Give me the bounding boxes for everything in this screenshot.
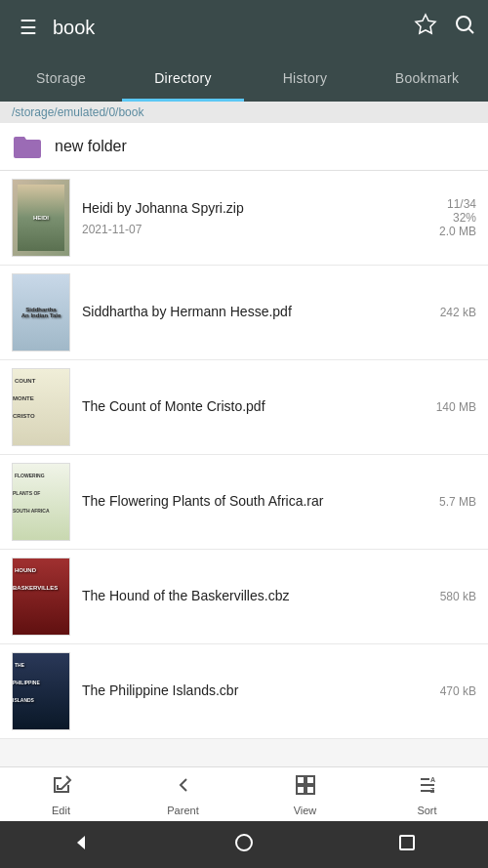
search-icon[interactable] xyxy=(453,13,476,42)
top-bar: ☰ book xyxy=(0,0,488,55)
file-info: The Count of Monte Cristo.pdf xyxy=(82,397,423,417)
bottom-toolbar: Edit Parent View A Z xyxy=(0,766,488,821)
svg-rect-4 xyxy=(306,776,314,784)
file-info: Siddhartha by Hermann Hesse.pdf xyxy=(82,303,423,322)
new-folder-label: new folder xyxy=(55,138,127,155)
file-meta: 5.7 MB xyxy=(423,495,476,509)
home-button[interactable] xyxy=(226,825,262,865)
list-item[interactable]: SiddharthaAn Indian Tale Siddhartha by H… xyxy=(0,266,488,360)
svg-rect-6 xyxy=(306,786,314,794)
file-cover-heidi: HEIDI xyxy=(12,179,70,257)
parent-icon xyxy=(172,773,195,803)
tab-directory[interactable]: Directory xyxy=(122,55,244,102)
file-info: The Hound of the Baskervilles.cbz xyxy=(82,587,423,606)
file-cover-flowering: FLOWERINGPLANTS OFSOUTH AFRICA xyxy=(12,463,70,541)
file-progress: 11/34 xyxy=(447,197,476,211)
parent-label: Parent xyxy=(167,805,198,816)
file-info: The Flowering Plants of South Africa.rar xyxy=(82,492,423,512)
svg-line-2 xyxy=(469,29,473,33)
svg-marker-12 xyxy=(77,836,85,849)
recents-button[interactable] xyxy=(389,825,425,865)
file-name: The Hound of the Baskervilles.cbz xyxy=(82,587,423,606)
svg-point-13 xyxy=(236,835,252,850)
file-meta: 580 kB xyxy=(423,590,476,603)
file-meta: 470 kB xyxy=(423,684,476,698)
file-size: 140 MB xyxy=(436,400,476,414)
edit-icon xyxy=(50,773,73,803)
sort-button[interactable]: A Z Sort xyxy=(366,767,488,821)
tab-history[interactable]: History xyxy=(244,55,366,102)
tab-bookmark[interactable]: Bookmark xyxy=(366,55,488,102)
file-size: 580 kB xyxy=(440,590,476,603)
file-size: 242 kB xyxy=(440,306,476,319)
file-list: HEIDI Heidi by Johanna Spyri.zip 2021-11… xyxy=(0,171,488,766)
list-item[interactable]: COUNTMONTECRISTO The Count of Monte Cris… xyxy=(0,360,488,455)
file-percent: 32% xyxy=(453,211,476,225)
file-size: 2.0 MB xyxy=(439,225,476,238)
file-cover-philippine: THEPHILIPPINEISLANDS xyxy=(12,652,70,730)
view-label: View xyxy=(294,805,317,816)
svg-rect-3 xyxy=(297,776,305,784)
list-item[interactable]: FLOWERINGPLANTS OFSOUTH AFRICA The Flowe… xyxy=(0,455,488,550)
back-button[interactable] xyxy=(63,825,99,865)
file-info: Heidi by Johanna Spyri.zip 2021-11-07 xyxy=(82,199,423,236)
new-folder-item[interactable]: new folder xyxy=(0,123,488,171)
folder-icon xyxy=(12,133,43,160)
edit-label: Edit xyxy=(52,805,70,816)
sort-label: Sort xyxy=(417,805,436,816)
list-item[interactable]: HEIDI Heidi by Johanna Spyri.zip 2021-11… xyxy=(0,171,488,266)
favorite-icon[interactable] xyxy=(414,13,437,42)
view-button[interactable]: View xyxy=(244,767,366,821)
svg-rect-14 xyxy=(400,836,414,849)
file-size: 5.7 MB xyxy=(439,495,476,509)
top-bar-actions xyxy=(414,13,476,42)
edit-button[interactable]: Edit xyxy=(0,767,122,821)
file-size: 470 kB xyxy=(440,684,476,698)
svg-marker-0 xyxy=(416,15,435,33)
nav-bar xyxy=(0,821,488,868)
tab-storage[interactable]: Storage xyxy=(0,55,122,102)
svg-rect-5 xyxy=(297,786,305,794)
file-name: Siddhartha by Hermann Hesse.pdf xyxy=(82,303,423,322)
list-item[interactable]: THEPHILIPPINEISLANDS The Philippine Isla… xyxy=(0,644,488,739)
parent-button[interactable]: Parent xyxy=(122,767,244,821)
svg-text:Z: Z xyxy=(430,787,435,794)
view-icon xyxy=(294,773,317,803)
file-date: 2021-11-07 xyxy=(82,223,423,236)
sort-icon: A Z xyxy=(416,773,439,803)
file-meta: 140 MB xyxy=(423,400,476,414)
file-name: The Count of Monte Cristo.pdf xyxy=(82,397,423,417)
file-cover-monte: COUNTMONTECRISTO xyxy=(12,368,70,446)
file-meta: 11/34 32% 2.0 MB xyxy=(423,197,476,238)
file-name: The Philippine Islands.cbr xyxy=(82,682,423,701)
file-meta: 242 kB xyxy=(423,306,476,319)
file-name: Heidi by Johanna Spyri.zip xyxy=(82,199,423,219)
file-cover-siddhartha: SiddharthaAn Indian Tale xyxy=(12,273,70,351)
menu-icon[interactable]: ☰ xyxy=(12,10,45,45)
svg-text:A: A xyxy=(430,776,435,783)
file-info: The Philippine Islands.cbr xyxy=(82,682,423,701)
file-name: The Flowering Plants of South Africa.rar xyxy=(82,492,423,512)
file-cover-hound: HOUNDBASKERVILLES xyxy=(12,558,70,636)
list-item[interactable]: HOUNDBASKERVILLES The Hound of the Baske… xyxy=(0,550,488,644)
svg-point-1 xyxy=(457,17,470,30)
app-title: book xyxy=(53,17,414,39)
tab-bar: Storage Directory History Bookmark xyxy=(0,55,488,102)
breadcrumb[interactable]: /storage/emulated/0/book xyxy=(0,102,488,123)
